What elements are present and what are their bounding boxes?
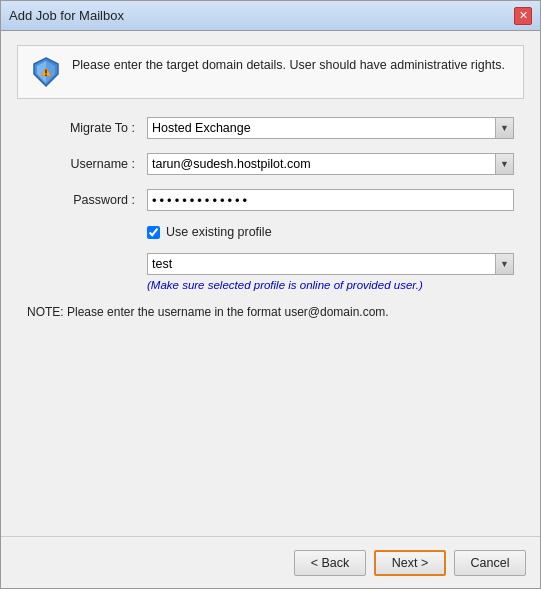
main-window: Add Job for Mailbox ✕ Please enter the t…: [0, 0, 541, 589]
svg-rect-5: [45, 75, 47, 77]
footer: < Back Next > Cancel: [1, 536, 540, 588]
migrate-to-row: Migrate To : Hosted Exchange ▼: [27, 117, 514, 139]
migrate-to-label: Migrate To :: [27, 121, 147, 135]
cancel-button[interactable]: Cancel: [454, 550, 526, 576]
username-value: tarun@sudesh.hostpilot.com: [148, 157, 495, 171]
username-row: Username : tarun@sudesh.hostpilot.com ▼: [27, 153, 514, 175]
use-existing-checkbox-row: Use existing profile: [147, 225, 272, 239]
username-arrow[interactable]: ▼: [495, 153, 513, 175]
info-text: Please enter the target domain details. …: [72, 56, 505, 75]
info-box: Please enter the target domain details. …: [17, 45, 524, 99]
profile-control: test ▼: [147, 253, 514, 275]
password-label: Password :: [27, 193, 147, 207]
content-area: Please enter the target domain details. …: [1, 31, 540, 536]
password-row: Password :: [27, 189, 514, 211]
username-label: Username :: [27, 157, 147, 171]
close-button[interactable]: ✕: [514, 7, 532, 25]
migrate-to-control: Hosted Exchange ▼: [147, 117, 514, 139]
migrate-to-dropdown[interactable]: Hosted Exchange ▼: [147, 117, 514, 139]
username-control: tarun@sudesh.hostpilot.com ▼: [147, 153, 514, 175]
back-button[interactable]: < Back: [294, 550, 366, 576]
next-button[interactable]: Next >: [374, 550, 446, 576]
use-existing-label[interactable]: Use existing profile: [166, 225, 272, 239]
svg-rect-4: [45, 70, 47, 74]
profile-note: (Make sure selected profile is online of…: [147, 279, 514, 291]
form-area: Migrate To : Hosted Exchange ▼ Username …: [17, 113, 524, 323]
shield-icon: [30, 56, 62, 88]
title-bar: Add Job for Mailbox ✕: [1, 1, 540, 31]
profile-arrow[interactable]: ▼: [495, 253, 513, 275]
use-existing-row: Use existing profile: [27, 225, 514, 239]
note-text: NOTE: Please enter the username in the f…: [27, 305, 389, 319]
use-existing-checkbox[interactable]: [147, 226, 160, 239]
password-input[interactable]: [147, 189, 514, 211]
use-existing-control: Use existing profile: [147, 225, 514, 239]
profile-value: test: [148, 257, 495, 271]
window-title: Add Job for Mailbox: [9, 8, 124, 23]
migrate-to-arrow[interactable]: ▼: [495, 117, 513, 139]
migrate-to-value: Hosted Exchange: [148, 121, 495, 135]
profile-dropdown[interactable]: test ▼: [147, 253, 514, 275]
profile-row: test ▼ (Make sure selected profile is on…: [27, 253, 514, 291]
note-row: NOTE: Please enter the username in the f…: [27, 305, 514, 319]
password-control: [147, 189, 514, 211]
username-dropdown[interactable]: tarun@sudesh.hostpilot.com ▼: [147, 153, 514, 175]
